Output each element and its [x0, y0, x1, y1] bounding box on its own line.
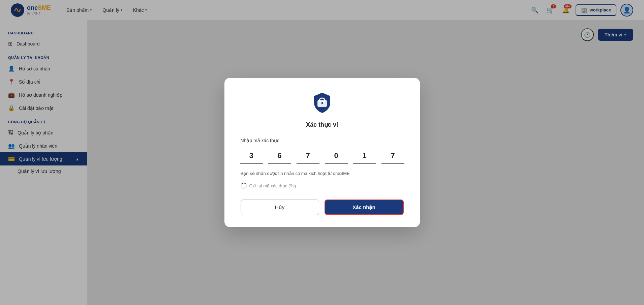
- resend-spinner-icon: [241, 183, 247, 189]
- resend-label: Gửi lại mã xác thực (9s): [249, 183, 296, 188]
- svg-rect-3: [321, 102, 323, 104]
- otp-input-4[interactable]: [325, 148, 348, 164]
- modal-actions: Hủy Xác nhận: [241, 200, 404, 215]
- otp-input-3[interactable]: [297, 148, 319, 164]
- otp-input-2[interactable]: [268, 148, 291, 164]
- otp-input-6[interactable]: [381, 148, 404, 164]
- modal-title: Xác thực ví: [241, 121, 404, 128]
- modal-hint: Bạn sẽ nhận được tin nhắn có mã kích hoạ…: [241, 171, 404, 176]
- resend-area: Gửi lại mã xác thực (9s): [241, 183, 404, 189]
- modal-icon-area: [241, 91, 404, 116]
- otp-label: Nhập mã xác thực: [241, 138, 404, 143]
- otp-input-1[interactable]: [240, 148, 263, 164]
- modal-overlay[interactable]: Xác thực ví Nhập mã xác thực Bạn sẽ nhận…: [0, 0, 644, 305]
- shield-icon: [312, 91, 332, 114]
- otp-inputs: [241, 148, 404, 164]
- verify-wallet-modal: Xác thực ví Nhập mã xác thực Bạn sẽ nhận…: [224, 78, 420, 227]
- confirm-button[interactable]: Xác nhận: [325, 200, 404, 215]
- cancel-button[interactable]: Hủy: [241, 200, 319, 215]
- otp-input-5[interactable]: [353, 148, 376, 164]
